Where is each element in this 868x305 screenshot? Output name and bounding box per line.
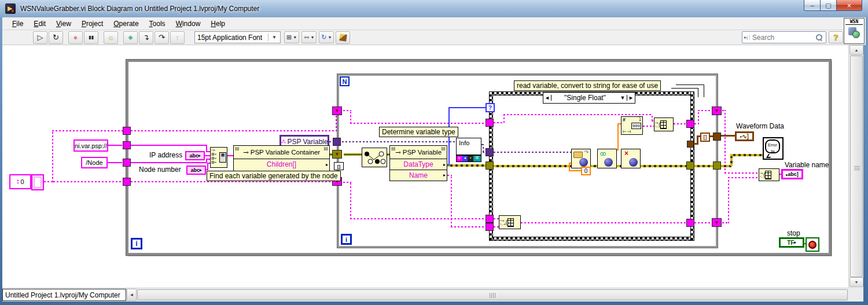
ip-address-terminal[interactable]: abc▸ bbox=[185, 151, 205, 160]
orange-zero-constant[interactable]: 0 bbox=[581, 167, 591, 175]
step-out-button[interactable]: ↑ bbox=[170, 31, 185, 44]
number-to-string-node[interactable]: # ⤵ 999 ⊢⊣ bbox=[621, 116, 643, 135]
menu-view[interactable]: View bbox=[51, 19, 76, 29]
node-string-constant[interactable]: /Node bbox=[81, 157, 108, 168]
tunnel[interactable] bbox=[333, 138, 341, 146]
highlight-execution-button[interactable]: ☼ bbox=[104, 31, 118, 44]
read-variable-node[interactable]: oo bbox=[597, 149, 617, 168]
tunnel[interactable] bbox=[486, 161, 494, 170]
open-variable-connection-node[interactable]: ↷ bbox=[571, 149, 591, 168]
case-selector[interactable]: ◄ "Single Float" ▼ ► bbox=[543, 92, 635, 104]
empty-array-constant[interactable] bbox=[31, 174, 44, 190]
determine-type-label[interactable]: Determine variable type bbox=[379, 127, 458, 137]
menu-edit[interactable]: Edit bbox=[28, 19, 51, 29]
step-over-button[interactable]: ↷ bbox=[155, 31, 169, 44]
menu-project[interactable]: Project bbox=[76, 19, 108, 29]
build-array-node[interactable]: ▫▫+▫‥+ ( bbox=[499, 215, 521, 229]
search-box[interactable]: ▸| bbox=[742, 31, 826, 43]
property-children[interactable]: Children[] bbox=[267, 160, 296, 168]
abort-button[interactable]: ● bbox=[68, 31, 83, 44]
psp-container-property-node[interactable]: ▤ ⊸ PSP Variable Container ▤ Children[]▸ bbox=[233, 145, 330, 171]
tunnel[interactable] bbox=[123, 127, 131, 135]
variable-name-indicator-terminal[interactable]: ▸abc] bbox=[781, 169, 803, 179]
align-objects-button[interactable]: ⊞▼ bbox=[284, 31, 299, 43]
reorder-button[interactable]: ↻▼ bbox=[319, 31, 334, 43]
property-datatype[interactable]: DataType bbox=[403, 160, 433, 168]
scroll-down-button[interactable]: ▼ bbox=[849, 277, 863, 287]
search-history-icon[interactable]: ▸| bbox=[742, 35, 750, 40]
psp-variable-property-node[interactable]: ▤ ⊸ PSP Variable ▤ DataType▸ Name▸ bbox=[389, 145, 447, 181]
waveform-indicator-terminal[interactable]: ▸∿] bbox=[735, 131, 754, 141]
tunnel[interactable] bbox=[486, 119, 494, 127]
project-path-box[interactable]: Untitled Project 1.lvproj/My Computer bbox=[2, 289, 126, 301]
tunnel[interactable] bbox=[123, 141, 131, 149]
search-input[interactable] bbox=[750, 34, 816, 42]
maximize-button[interactable]: ▢ bbox=[821, 0, 836, 11]
case-structure-border-bottom[interactable] bbox=[489, 237, 694, 241]
tunnel[interactable] bbox=[486, 215, 494, 223]
menu-file[interactable]: File bbox=[7, 19, 28, 29]
find-variable-label[interactable]: Find each variable generated by the node bbox=[207, 171, 341, 181]
horizontal-scrollbar[interactable]: Untitled Project 1.lvproj/My Computer ◄ bbox=[2, 288, 848, 302]
url-string-constant[interactable]: ni.var.psp:// bbox=[73, 139, 108, 152]
retain-wire-values-button[interactable]: ◈ bbox=[123, 31, 138, 44]
numeric-constant-zero[interactable]: ▲▼ 0 bbox=[9, 174, 31, 189]
case-prev-arrow[interactable]: ◄ bbox=[543, 95, 551, 101]
font-selector[interactable]: 15pt Application Font ▼ bbox=[194, 31, 281, 43]
read-variable-label[interactable]: read variable, convert to string for eas… bbox=[514, 80, 661, 91]
vertical-scrollbar[interactable]: ▲ ▼ bbox=[848, 45, 863, 288]
waveform-build-array-node[interactable]: [] bbox=[700, 133, 710, 142]
class-hierarchy-node[interactable] bbox=[362, 148, 387, 167]
loop-condition-terminal[interactable] bbox=[806, 237, 819, 252]
cleanup-diagram-button[interactable] bbox=[336, 31, 350, 44]
case-selector-terminal[interactable]: ? bbox=[486, 103, 495, 112]
stop-boolean-terminal[interactable]: TF▸ bbox=[779, 237, 804, 248]
close-variable-connection-node[interactable]: × bbox=[621, 149, 641, 168]
for-iteration-terminal[interactable]: i bbox=[341, 234, 352, 245]
horizontal-scroll-thumb[interactable] bbox=[137, 289, 848, 300]
menu-help[interactable]: Help bbox=[205, 19, 230, 29]
tunnel[interactable] bbox=[686, 161, 694, 170]
build-array-node[interactable]: ▫+▫‥ ( bbox=[654, 117, 674, 131]
case-next-arrow[interactable]: ► bbox=[627, 95, 635, 101]
tunnel[interactable] bbox=[687, 141, 694, 148]
simple-error-handler-node[interactable]: Error ?! bbox=[763, 137, 784, 160]
tunnel[interactable] bbox=[686, 120, 694, 128]
tunnel[interactable] bbox=[486, 223, 494, 231]
concatenate-strings-node[interactable]: □+▨+▨+▨+ ▦ bbox=[210, 147, 227, 168]
while-iteration-terminal[interactable]: i bbox=[131, 238, 142, 249]
indexing-tunnel[interactable]: ▼ bbox=[332, 150, 342, 159]
chevron-down-icon[interactable]: ▼ bbox=[619, 95, 627, 101]
distribute-objects-button[interactable]: ⇿▼ bbox=[301, 31, 317, 43]
tunnel[interactable] bbox=[686, 219, 694, 227]
indexing-tunnel[interactable]: ▼ bbox=[712, 218, 722, 227]
menu-window[interactable]: Window bbox=[171, 19, 206, 29]
scroll-left-button[interactable]: ◄ bbox=[127, 289, 137, 301]
property-name[interactable]: Name bbox=[409, 171, 428, 179]
run-button[interactable]: ▷ bbox=[33, 31, 47, 44]
title-bar[interactable]: ▶ WSNValueGrabber.vi Block Diagram on Un… bbox=[0, 0, 868, 17]
indexing-tunnel[interactable]: ▼ bbox=[332, 106, 342, 115]
run-continuous-button[interactable]: ↻ bbox=[49, 31, 63, 44]
node-number-terminal[interactable]: abc▸ bbox=[186, 166, 206, 175]
tunnel[interactable] bbox=[123, 159, 131, 167]
tunnel[interactable] bbox=[123, 178, 131, 186]
for-count-terminal[interactable]: N bbox=[340, 76, 350, 86]
menu-operate[interactable]: Operate bbox=[108, 19, 144, 29]
tunnel[interactable] bbox=[713, 133, 721, 141]
tunnel[interactable] bbox=[486, 148, 494, 156]
array-tunnel[interactable]: [] bbox=[334, 162, 344, 170]
spinner-icon[interactable]: ▲▼ bbox=[16, 179, 19, 185]
minimize-button[interactable]: – bbox=[804, 0, 821, 11]
context-help-button[interactable]: ? bbox=[829, 31, 843, 43]
pause-button[interactable]: ▮▮ bbox=[84, 31, 98, 44]
menu-tools[interactable]: Tools bbox=[144, 19, 171, 29]
step-into-button[interactable]: ↴ bbox=[139, 31, 153, 44]
scroll-up-button[interactable]: ▲ bbox=[849, 45, 863, 55]
indexing-tunnel[interactable]: ▼ bbox=[712, 106, 722, 115]
vertical-scroll-thumb[interactable] bbox=[850, 56, 863, 277]
close-button[interactable]: × bbox=[836, 0, 862, 11]
tunnel[interactable] bbox=[713, 161, 721, 170]
build-array-node[interactable]: ▫+▫‥ ( bbox=[759, 168, 779, 181]
variable-info-node[interactable]: Info bbox=[456, 138, 481, 155]
